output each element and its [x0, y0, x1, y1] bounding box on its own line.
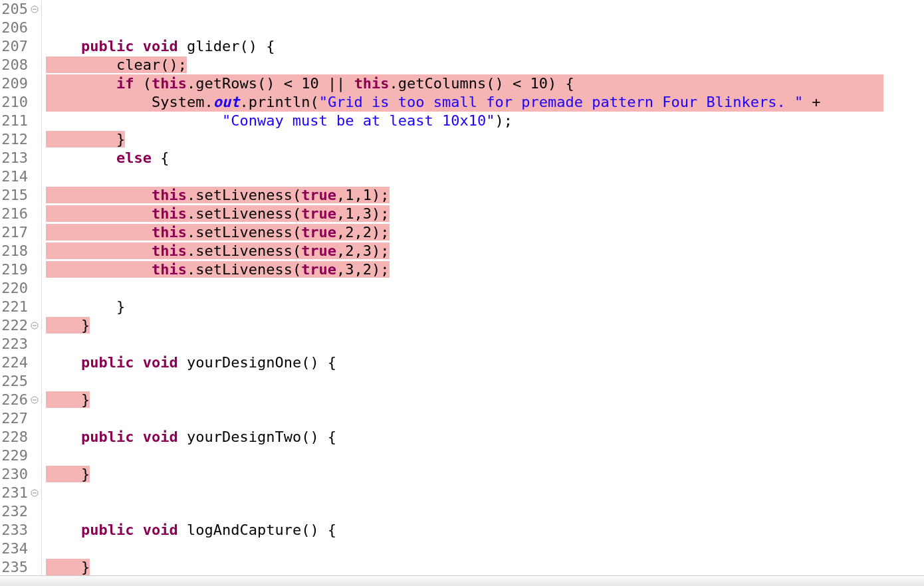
coverage-highlight: this.setLiveness(true,3,2); — [46, 261, 390, 278]
fold-collapse-icon[interactable] — [29, 395, 40, 405]
line-number: 223 — [0, 335, 28, 353]
code-line[interactable]: } — [46, 558, 924, 577]
code-line[interactable]: } — [46, 298, 924, 316]
code-line[interactable]: if (this.getRows() < 10 || this.getColum… — [46, 74, 924, 93]
gutter-line: 230 — [0, 465, 41, 484]
gutter-line: 224 — [0, 353, 41, 372]
line-number: 219 — [0, 260, 28, 279]
line-number: 234 — [0, 539, 28, 558]
code-line[interactable] — [46, 335, 924, 353]
gutter-line: 209 — [0, 74, 41, 93]
coverage-highlight: } — [46, 559, 90, 575]
fold-collapse-icon[interactable] — [29, 320, 40, 331]
code-line[interactable]: } — [46, 391, 924, 409]
code-editor-area[interactable]: public void glider() { clear(); if (this… — [42, 0, 924, 586]
line-number: 205 — [0, 0, 28, 19]
gutter-line: 216 — [0, 205, 41, 223]
gutter-line: 210 — [0, 93, 41, 112]
gutter-line: 213 — [0, 149, 41, 167]
code-line[interactable]: public void yourDesignOne() { — [46, 353, 924, 372]
line-number: 220 — [0, 279, 28, 298]
code-line[interactable] — [46, 167, 924, 186]
gutter-line: 217 — [0, 223, 41, 242]
gutter-line: 214 — [0, 167, 41, 186]
gutter-line: 231 — [0, 484, 41, 502]
code-line[interactable]: this.setLiveness(true,3,2); — [46, 260, 924, 279]
line-number: 212 — [0, 130, 28, 149]
line-number: 222 — [0, 316, 28, 335]
fold-collapse-icon[interactable] — [29, 488, 40, 498]
line-number: 227 — [0, 409, 28, 428]
line-number: 225 — [0, 372, 28, 391]
code-line[interactable] — [46, 446, 924, 465]
line-number: 221 — [0, 298, 28, 316]
code-line[interactable]: } — [46, 316, 924, 335]
code-line[interactable]: } — [46, 465, 924, 484]
code-line[interactable]: } — [46, 130, 924, 149]
gutter-line: 232 — [0, 502, 41, 521]
gutter-line: 221 — [0, 298, 41, 316]
gutter-line: 226 — [0, 391, 41, 409]
code-line[interactable] — [46, 372, 924, 391]
coverage-highlight: } — [46, 131, 125, 147]
coverage-highlight: System.out.println("Grid is too small fo… — [46, 93, 883, 112]
gutter-line: 229 — [0, 446, 41, 465]
coverage-highlight: this.setLiveness(true,1,1); — [46, 187, 390, 203]
gutter-line: 223 — [0, 335, 41, 353]
code-line[interactable]: this.setLiveness(true,1,3); — [46, 205, 924, 223]
gutter-line: 211 — [0, 112, 41, 130]
line-number: 214 — [0, 167, 28, 186]
line-number: 218 — [0, 242, 28, 260]
line-number: 229 — [0, 446, 28, 465]
coverage-highlight: } — [46, 391, 90, 408]
coverage-highlight: this.setLiveness(true,2,2); — [46, 224, 390, 241]
line-number: 207 — [0, 37, 28, 56]
line-number: 217 — [0, 223, 28, 242]
code-line[interactable]: public void yourDesignTwo() { — [46, 428, 924, 446]
code-line[interactable] — [46, 279, 924, 298]
code-line[interactable]: public void glider() { — [46, 37, 924, 56]
gutter-line: 222 — [0, 316, 41, 335]
gutter-line: 225 — [0, 372, 41, 391]
code-line[interactable]: this.setLiveness(true,1,1); — [46, 186, 924, 205]
gutter-line: 235 — [0, 558, 41, 577]
code-line[interactable] — [46, 502, 924, 521]
line-number: 228 — [0, 428, 28, 446]
line-number-gutter: 2052062072082092102112122132142152162172… — [0, 0, 42, 586]
line-number: 216 — [0, 205, 28, 223]
fold-collapse-icon[interactable] — [29, 4, 40, 15]
coverage-highlight: this.setLiveness(true,2,3); — [46, 243, 390, 259]
gutter-line: 233 — [0, 521, 41, 539]
gutter-line: 220 — [0, 279, 41, 298]
code-line[interactable]: else { — [46, 149, 924, 167]
line-number: 224 — [0, 353, 28, 372]
coverage-highlight: } — [46, 317, 90, 334]
code-line[interactable] — [46, 409, 924, 428]
horizontal-scrollbar[interactable] — [0, 575, 924, 586]
gutter-line: 228 — [0, 428, 41, 446]
code-line[interactable]: this.setLiveness(true,2,3); — [46, 242, 924, 260]
code-line[interactable]: clear(); — [46, 56, 924, 74]
code-line[interactable] — [46, 484, 924, 502]
gutter-line: 234 — [0, 539, 41, 558]
code-line[interactable]: "Conway must be at least 10x10"); — [46, 112, 924, 130]
gutter-line: 205 — [0, 0, 41, 19]
gutter-line: 215 — [0, 186, 41, 205]
code-line[interactable]: System.out.println("Grid is too small fo… — [46, 93, 924, 112]
gutter-line: 206 — [0, 19, 41, 37]
coverage-highlight: if (this.getRows() < 10 || this.getColum… — [46, 74, 883, 93]
coverage-highlight: clear(); — [46, 56, 187, 73]
line-number: 226 — [0, 391, 28, 409]
gutter-line: 207 — [0, 37, 41, 56]
line-number: 235 — [0, 558, 28, 577]
code-line[interactable]: this.setLiveness(true,2,2); — [46, 223, 924, 242]
code-line[interactable] — [46, 539, 924, 558]
line-number: 215 — [0, 186, 28, 205]
line-number: 230 — [0, 465, 28, 484]
code-line[interactable]: public void logAndCapture() { — [46, 521, 924, 539]
coverage-highlight: this.setLiveness(true,1,3); — [46, 205, 390, 222]
gutter-line: 212 — [0, 130, 41, 149]
line-number: 231 — [0, 484, 28, 502]
line-number: 213 — [0, 149, 28, 167]
line-number: 232 — [0, 502, 28, 521]
